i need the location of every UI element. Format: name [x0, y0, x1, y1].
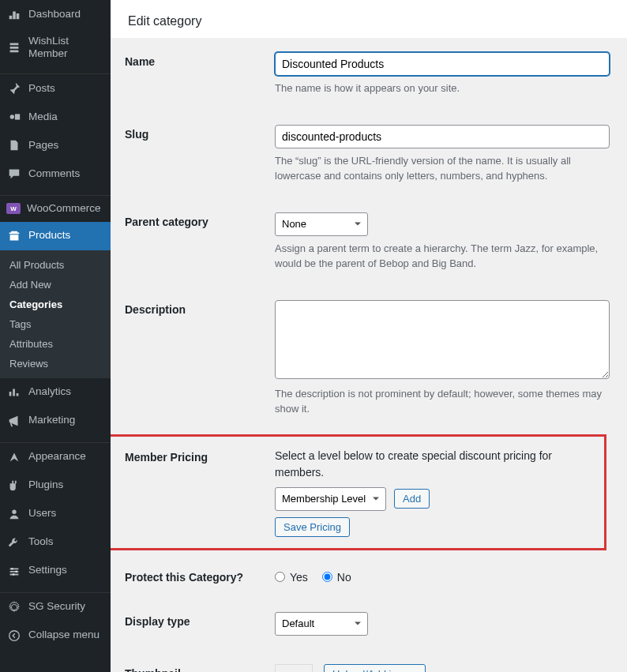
svg-point-1 — [12, 509, 16, 513]
appearance-icon — [6, 449, 22, 465]
sidebar-item-wishlist[interactable]: WishList Member — [0, 28, 111, 66]
svg-point-0 — [10, 115, 14, 119]
admin-sidebar: Dashboard WishList Member Posts Media Pa… — [0, 0, 111, 672]
description-textarea[interactable] — [275, 300, 610, 379]
parent-help: Assign a parent term to create a hierarc… — [275, 241, 610, 272]
marketing-icon — [6, 413, 22, 429]
submenu-all-products[interactable]: All Products — [0, 255, 111, 275]
sidebar-item-label: Settings — [28, 564, 67, 576]
row-member-pricing: Member Pricing Select a level below to c… — [111, 434, 606, 550]
sidebar-item-analytics[interactable]: Analytics — [0, 378, 111, 407]
sidebar-item-dashboard[interactable]: Dashboard — [0, 0, 111, 28]
sidebar-item-label: Appearance — [28, 450, 86, 463]
parent-select[interactable]: None — [275, 212, 368, 236]
member-pricing-help: Select a level below to create special d… — [275, 448, 596, 481]
wishlist-icon — [6, 39, 22, 55]
member-pricing-label: Member Pricing — [125, 448, 267, 537]
add-button[interactable]: Add — [394, 489, 430, 509]
sidebar-item-label: Collapse menu — [28, 629, 99, 641]
protect-label: Protect this Category? — [125, 568, 267, 584]
sidebar-item-label: Products — [28, 229, 70, 242]
page-title: Edit category — [111, 0, 627, 38]
sidebar-item-comments[interactable]: Comments — [0, 160, 111, 188]
svg-point-5 — [9, 630, 20, 640]
media-icon — [6, 109, 22, 125]
row-slug: Slug The “slug” is the URL-friendly vers… — [111, 111, 610, 198]
row-thumbnail: Thumbnail Upload/Add image — [111, 650, 610, 673]
sidebar-item-settings[interactable]: Settings — [0, 557, 111, 585]
analytics-icon — [6, 385, 22, 400]
display-type-select[interactable]: Default — [275, 612, 368, 636]
sidebar-item-sg-security[interactable]: SG Security — [0, 593, 111, 621]
slug-input[interactable] — [275, 125, 610, 148]
sidebar-item-label: Tools — [28, 535, 54, 548]
sidebar-item-appearance[interactable]: Appearance — [0, 443, 111, 471]
description-label: Description — [125, 300, 267, 417]
sidebar-item-label: Users — [28, 507, 56, 520]
sidebar-item-label: Marketing — [28, 414, 75, 426]
products-submenu: All Products Add New Categories Tags Att… — [0, 250, 111, 378]
main-content: Edit category Name The name is how it ap… — [111, 0, 627, 672]
thumbnail-placeholder — [275, 664, 313, 673]
name-label: Name — [125, 52, 267, 96]
row-description: Description The description is not promi… — [111, 286, 610, 431]
comments-icon — [6, 166, 22, 182]
save-pricing-button[interactable]: Save Pricing — [275, 517, 350, 537]
slug-help: The “slug” is the URL-friendly version o… — [275, 153, 610, 184]
sidebar-item-label: Posts — [28, 82, 55, 95]
sidebar-item-users[interactable]: Users — [0, 500, 111, 528]
protect-no-radio[interactable] — [322, 572, 332, 582]
dashboard-icon — [6, 6, 22, 22]
submenu-categories[interactable]: Categories — [0, 295, 111, 314]
description-help: The description is not prominent by defa… — [275, 386, 610, 417]
parent-label: Parent category — [125, 212, 267, 272]
row-parent: Parent category None Assign a parent ter… — [111, 198, 610, 286]
edit-category-form: Name The name is how it appears on your … — [111, 38, 627, 672]
slug-label: Slug — [125, 125, 267, 184]
submenu-reviews[interactable]: Reviews — [0, 354, 111, 374]
settings-icon — [6, 563, 22, 579]
sidebar-item-woocommerce[interactable]: W WooCommerce — [0, 196, 111, 221]
plugins-icon — [6, 478, 22, 494]
svg-point-4 — [13, 573, 15, 576]
tools-icon — [6, 535, 22, 550]
sidebar-item-label: WishList Member — [28, 35, 104, 60]
submenu-tags[interactable]: Tags — [0, 314, 111, 334]
gear-icon — [6, 599, 22, 615]
protect-yes-option[interactable]: Yes — [275, 571, 308, 584]
membership-level-select[interactable]: Membership Level — [275, 487, 386, 511]
sidebar-item-label: SG Security — [28, 600, 85, 613]
submenu-add-new[interactable]: Add New — [0, 275, 111, 295]
sidebar-item-collapse[interactable]: Collapse menu — [0, 621, 111, 650]
protect-no-option[interactable]: No — [322, 571, 351, 584]
row-protect: Protect this Category? Yes No — [111, 554, 610, 598]
sidebar-item-media[interactable]: Media — [0, 103, 111, 131]
products-icon — [6, 228, 22, 244]
submenu-attributes[interactable]: Attributes — [0, 334, 111, 354]
sidebar-item-label: Dashboard — [28, 8, 81, 21]
row-display-type: Display type Default — [111, 598, 610, 650]
svg-point-3 — [15, 570, 17, 573]
thumbnail-label: Thumbnail — [125, 664, 267, 673]
name-help: The name is how it appears on your site. — [275, 81, 610, 96]
svg-point-2 — [11, 568, 13, 570]
sidebar-item-plugins[interactable]: Plugins — [0, 471, 111, 500]
sidebar-item-marketing[interactable]: Marketing — [0, 407, 111, 435]
sidebar-item-products[interactable]: Products — [0, 222, 111, 250]
sidebar-item-pages[interactable]: Pages — [0, 131, 111, 160]
pin-icon — [6, 81, 22, 96]
protect-yes-radio[interactable] — [275, 572, 285, 582]
name-input[interactable] — [275, 52, 610, 76]
sidebar-item-tools[interactable]: Tools — [0, 528, 111, 557]
woocommerce-icon: W — [6, 203, 21, 214]
sidebar-item-label: Analytics — [28, 385, 71, 398]
display-type-label: Display type — [125, 612, 267, 636]
upload-image-button[interactable]: Upload/Add image — [324, 664, 426, 673]
row-name: Name The name is how it appears on your … — [111, 38, 610, 111]
users-icon — [6, 506, 22, 522]
sidebar-item-label: Media — [28, 111, 58, 123]
collapse-icon — [6, 628, 22, 644]
sidebar-item-label: Plugins — [28, 479, 63, 491]
sidebar-item-posts[interactable]: Posts — [0, 74, 111, 103]
pages-icon — [6, 137, 22, 153]
